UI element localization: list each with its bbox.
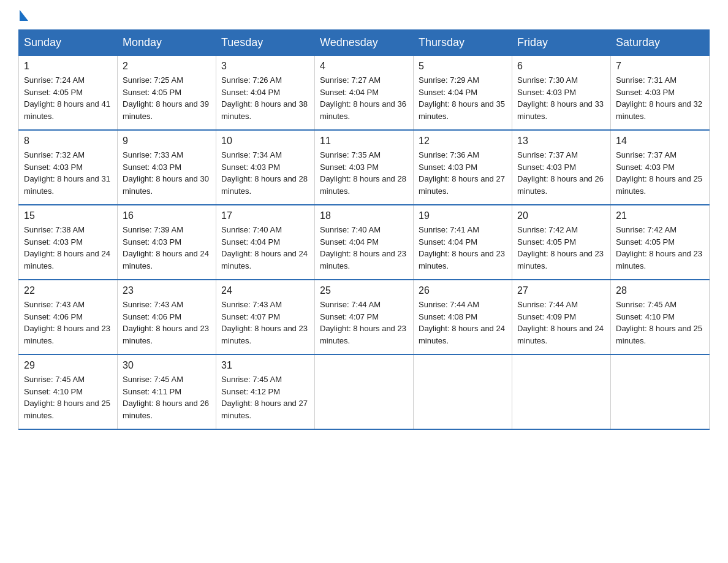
- daylight-label: Daylight: 8 hours and 28 minutes.: [320, 174, 406, 196]
- calendar-cell: 16 Sunrise: 7:39 AM Sunset: 4:03 PM Dayl…: [118, 205, 216, 280]
- day-info: Sunrise: 7:37 AM Sunset: 4:03 PM Dayligh…: [616, 149, 704, 197]
- sunset-label: Sunset: 4:04 PM: [419, 88, 477, 97]
- day-info: Sunrise: 7:40 AM Sunset: 4:04 PM Dayligh…: [221, 224, 309, 272]
- calendar-cell: 30 Sunrise: 7:45 AM Sunset: 4:11 PM Dayl…: [118, 354, 216, 429]
- calendar-cell: 27 Sunrise: 7:44 AM Sunset: 4:09 PM Dayl…: [512, 280, 611, 354]
- calendar-cell: 3 Sunrise: 7:26 AM Sunset: 4:04 PM Dayli…: [216, 56, 315, 131]
- calendar-cell: 6 Sunrise: 7:30 AM Sunset: 4:03 PM Dayli…: [512, 56, 611, 131]
- sunrise-label: Sunrise: 7:45 AM: [221, 375, 282, 384]
- sunset-label: Sunset: 4:04 PM: [221, 88, 280, 97]
- sunset-label: Sunset: 4:12 PM: [221, 387, 280, 396]
- sunset-label: Sunset: 4:08 PM: [419, 312, 477, 321]
- day-number: 15: [24, 210, 112, 221]
- sunrise-label: Sunrise: 7:32 AM: [24, 150, 85, 159]
- calendar-cell: [414, 354, 512, 429]
- sunrise-label: Sunrise: 7:43 AM: [123, 300, 183, 309]
- sunrise-label: Sunrise: 7:45 AM: [616, 300, 677, 309]
- calendar-cell: 15 Sunrise: 7:38 AM Sunset: 4:03 PM Dayl…: [19, 205, 118, 280]
- calendar-cell: 17 Sunrise: 7:40 AM Sunset: 4:04 PM Dayl…: [216, 205, 315, 280]
- day-number: 8: [24, 136, 112, 147]
- calendar-cell: 13 Sunrise: 7:37 AM Sunset: 4:03 PM Dayl…: [512, 130, 611, 205]
- daylight-label: Daylight: 8 hours and 23 minutes.: [221, 324, 308, 345]
- sunrise-label: Sunrise: 7:43 AM: [24, 300, 85, 309]
- day-number: 10: [221, 136, 309, 147]
- sunrise-label: Sunrise: 7:33 AM: [123, 150, 183, 159]
- day-number: 14: [616, 136, 704, 147]
- sunset-label: Sunset: 4:04 PM: [419, 237, 477, 247]
- daylight-label: Daylight: 8 hours and 26 minutes.: [517, 174, 604, 196]
- day-info: Sunrise: 7:29 AM Sunset: 4:04 PM Dayligh…: [419, 74, 507, 122]
- sunset-label: Sunset: 4:03 PM: [616, 88, 675, 97]
- calendar-cell: 24 Sunrise: 7:43 AM Sunset: 4:07 PM Dayl…: [216, 280, 315, 354]
- sunrise-label: Sunrise: 7:38 AM: [24, 225, 85, 234]
- sunset-label: Sunset: 4:03 PM: [517, 163, 576, 172]
- sunrise-label: Sunrise: 7:44 AM: [419, 300, 479, 309]
- sunrise-label: Sunrise: 7:44 AM: [517, 300, 578, 309]
- day-info: Sunrise: 7:33 AM Sunset: 4:03 PM Dayligh…: [123, 149, 211, 197]
- day-number: 16: [123, 210, 211, 221]
- calendar-cell: 1 Sunrise: 7:24 AM Sunset: 4:05 PM Dayli…: [19, 56, 118, 131]
- day-info: Sunrise: 7:31 AM Sunset: 4:03 PM Dayligh…: [616, 74, 704, 122]
- sunrise-label: Sunrise: 7:35 AM: [320, 150, 381, 159]
- day-info: Sunrise: 7:44 AM Sunset: 4:08 PM Dayligh…: [419, 299, 507, 347]
- sunrise-label: Sunrise: 7:37 AM: [517, 150, 578, 159]
- calendar-cell: 25 Sunrise: 7:44 AM Sunset: 4:07 PM Dayl…: [315, 280, 414, 354]
- day-info: Sunrise: 7:26 AM Sunset: 4:04 PM Dayligh…: [221, 74, 309, 122]
- calendar-cell: [512, 354, 611, 429]
- day-number: 27: [517, 285, 605, 296]
- day-info: Sunrise: 7:27 AM Sunset: 4:04 PM Dayligh…: [320, 74, 408, 122]
- daylight-label: Daylight: 8 hours and 28 minutes.: [221, 174, 308, 196]
- calendar-cell: 2 Sunrise: 7:25 AM Sunset: 4:05 PM Dayli…: [118, 56, 216, 131]
- day-number: 17: [221, 210, 309, 221]
- calendar-cell: [315, 354, 414, 429]
- sunset-label: Sunset: 4:05 PM: [616, 237, 675, 247]
- day-number: 20: [517, 210, 605, 221]
- day-info: Sunrise: 7:34 AM Sunset: 4:03 PM Dayligh…: [221, 149, 309, 197]
- calendar-cell: 26 Sunrise: 7:44 AM Sunset: 4:08 PM Dayl…: [414, 280, 512, 354]
- calendar-cell: 31 Sunrise: 7:45 AM Sunset: 4:12 PM Dayl…: [216, 354, 315, 429]
- daylight-label: Daylight: 8 hours and 41 minutes.: [24, 99, 110, 121]
- sunset-label: Sunset: 4:07 PM: [320, 312, 379, 321]
- calendar-table: SundayMondayTuesdayWednesdayThursdayFrid…: [18, 29, 710, 430]
- week-row-5: 29 Sunrise: 7:45 AM Sunset: 4:10 PM Dayl…: [19, 354, 710, 429]
- sunset-label: Sunset: 4:03 PM: [123, 237, 181, 247]
- daylight-label: Daylight: 8 hours and 31 minutes.: [24, 174, 110, 196]
- daylight-label: Daylight: 8 hours and 25 minutes.: [24, 399, 110, 420]
- sunrise-label: Sunrise: 7:24 AM: [24, 75, 85, 85]
- day-number: 23: [123, 285, 211, 296]
- calendar-cell: 12 Sunrise: 7:36 AM Sunset: 4:03 PM Dayl…: [414, 130, 512, 205]
- day-info: Sunrise: 7:40 AM Sunset: 4:04 PM Dayligh…: [320, 224, 408, 272]
- sunrise-label: Sunrise: 7:31 AM: [616, 75, 677, 85]
- sunrise-label: Sunrise: 7:43 AM: [221, 300, 282, 309]
- daylight-label: Daylight: 8 hours and 23 minutes.: [320, 324, 406, 345]
- sunrise-label: Sunrise: 7:36 AM: [419, 150, 479, 159]
- calendar-cell: 18 Sunrise: 7:40 AM Sunset: 4:04 PM Dayl…: [315, 205, 414, 280]
- day-number: 3: [221, 61, 309, 72]
- daylight-label: Daylight: 8 hours and 38 minutes.: [221, 99, 308, 121]
- page-header: [18, 12, 710, 23]
- day-info: Sunrise: 7:32 AM Sunset: 4:03 PM Dayligh…: [24, 149, 112, 197]
- daylight-label: Daylight: 8 hours and 23 minutes.: [616, 249, 702, 270]
- day-info: Sunrise: 7:45 AM Sunset: 4:10 PM Dayligh…: [24, 373, 112, 421]
- calendar-cell: 10 Sunrise: 7:34 AM Sunset: 4:03 PM Dayl…: [216, 130, 315, 205]
- week-row-4: 22 Sunrise: 7:43 AM Sunset: 4:06 PM Dayl…: [19, 280, 710, 354]
- day-info: Sunrise: 7:41 AM Sunset: 4:04 PM Dayligh…: [419, 224, 507, 272]
- sunset-label: Sunset: 4:05 PM: [517, 237, 576, 247]
- calendar-cell: 7 Sunrise: 7:31 AM Sunset: 4:03 PM Dayli…: [611, 56, 710, 131]
- weekday-saturday: Saturday: [611, 30, 710, 56]
- sunrise-label: Sunrise: 7:39 AM: [123, 225, 183, 234]
- sunset-label: Sunset: 4:03 PM: [517, 88, 576, 97]
- sunset-label: Sunset: 4:10 PM: [24, 387, 83, 396]
- week-row-2: 8 Sunrise: 7:32 AM Sunset: 4:03 PM Dayli…: [19, 130, 710, 205]
- daylight-label: Daylight: 8 hours and 26 minutes.: [123, 399, 209, 420]
- week-row-3: 15 Sunrise: 7:38 AM Sunset: 4:03 PM Dayl…: [19, 205, 710, 280]
- day-number: 21: [616, 210, 704, 221]
- week-row-1: 1 Sunrise: 7:24 AM Sunset: 4:05 PM Dayli…: [19, 56, 710, 131]
- calendar-cell: [611, 354, 710, 429]
- day-info: Sunrise: 7:42 AM Sunset: 4:05 PM Dayligh…: [517, 224, 605, 272]
- daylight-label: Daylight: 8 hours and 25 minutes.: [616, 174, 702, 196]
- sunrise-label: Sunrise: 7:25 AM: [123, 75, 183, 85]
- calendar-cell: 5 Sunrise: 7:29 AM Sunset: 4:04 PM Dayli…: [414, 56, 512, 131]
- sunset-label: Sunset: 4:03 PM: [419, 163, 477, 172]
- day-info: Sunrise: 7:43 AM Sunset: 4:07 PM Dayligh…: [221, 299, 309, 347]
